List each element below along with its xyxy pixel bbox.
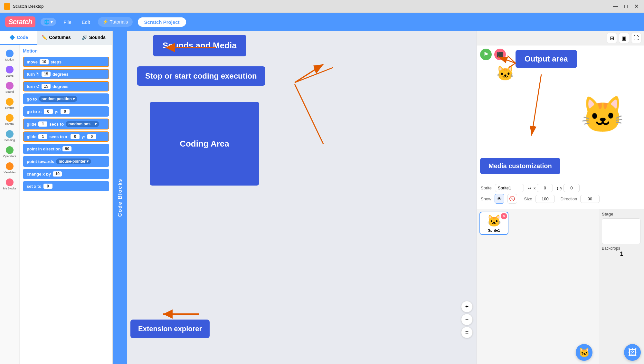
tab-costumes-label: Costumes bbox=[49, 35, 71, 40]
code-icon: 🔷 bbox=[9, 35, 15, 40]
category-sound[interactable]: Sound bbox=[1, 80, 18, 95]
coding-area-content[interactable]: Sounds and Media Stop or start coding ex… bbox=[127, 31, 477, 364]
backdrops-count: 1 bbox=[602, 251, 641, 257]
looks-dot bbox=[6, 66, 14, 73]
tab-sounds[interactable]: 🔊 Sounds bbox=[75, 31, 112, 45]
project-name-button[interactable]: Scratch Project bbox=[138, 17, 186, 27]
sounds-media-box: Sounds and Media bbox=[153, 35, 246, 56]
stop-start-label: Stop or start coding execution bbox=[145, 72, 257, 80]
code-blocks-text: Code Blocks bbox=[117, 178, 123, 217]
events-dot bbox=[6, 98, 14, 106]
block-glide-to[interactable]: glide 1 secs to random pos... ▾ bbox=[23, 119, 109, 129]
x-arrow-icon: ↔ bbox=[527, 185, 532, 191]
block-turn-ccw[interactable]: turn ↺ 15 degrees bbox=[23, 81, 109, 91]
right-panel: ⊞ ▣ ⛶ ⚑ ⬛ Output area 🐱 🐱 Media customiz… bbox=[477, 31, 644, 364]
operators-dot bbox=[6, 146, 14, 154]
media-customization-label: Media customization bbox=[488, 162, 552, 169]
add-stage-button[interactable]: 🖼 bbox=[624, 344, 641, 361]
middle-panel: Code Blocks Sounds and Media Stop or sta… bbox=[113, 31, 477, 364]
show-visible-button[interactable]: 👁 bbox=[495, 194, 504, 204]
tabs: 🔷 Code ✏️ Costumes 🔊 Sounds bbox=[0, 31, 112, 45]
close-button[interactable]: ✕ bbox=[632, 3, 640, 10]
sprite-info-panel: Sprite ↔ x ↕ y Show 👁 🚫 Size bbox=[477, 181, 644, 209]
tab-code[interactable]: 🔷 Code bbox=[0, 31, 37, 45]
stage-panel-title: Stage bbox=[602, 212, 641, 216]
category-control[interactable]: Control bbox=[1, 112, 18, 128]
block-point-direction[interactable]: point in direction 90 bbox=[23, 144, 109, 154]
tutorials-button[interactable]: ⚡ Tutorials bbox=[98, 17, 133, 27]
stop-start-box: Stop or start coding execution bbox=[137, 66, 265, 86]
edit-menu[interactable]: Edit bbox=[79, 18, 93, 26]
add-sprite-button[interactable]: 🐱 bbox=[576, 344, 592, 361]
costumes-icon: ✏️ bbox=[42, 35, 47, 40]
blocks-list: Motion move 10 steps turn ↻ 15 degrees t… bbox=[19, 45, 112, 364]
stage-controls: ⚑ ⬛ bbox=[480, 49, 506, 60]
category-sensing-label: Sensing bbox=[5, 139, 15, 142]
block-set-x[interactable]: set x to 0 bbox=[23, 181, 109, 191]
file-menu[interactable]: File bbox=[61, 18, 74, 26]
blocks-area: Motion Looks Sound Events Control bbox=[0, 45, 112, 364]
sprites-section: ✕ 🐱 Sprite1 Stage Backdrops 1 🐱 🖼 bbox=[477, 209, 644, 364]
fullscreen-button[interactable]: ⛶ bbox=[631, 33, 641, 43]
block-point-towards[interactable]: point towards mouse-pointer ▾ bbox=[23, 156, 109, 167]
svg-line-9 bbox=[507, 56, 516, 63]
block-goto-xy[interactable]: go to x: 0 y: 0 bbox=[23, 106, 109, 117]
minimize-button[interactable]: — bbox=[612, 3, 620, 10]
category-sensing[interactable]: Sensing bbox=[1, 128, 18, 144]
category-operators[interactable]: Operators bbox=[1, 144, 18, 160]
tab-sounds-label: Sounds bbox=[89, 35, 106, 40]
stage-panel: Stage Backdrops 1 bbox=[599, 209, 644, 364]
red-stop-button[interactable]: ⬛ bbox=[494, 49, 506, 60]
scratch-logo: Scratch bbox=[5, 16, 35, 27]
zoom-out-button[interactable]: − bbox=[461, 314, 473, 325]
category-control-label: Control bbox=[5, 122, 14, 126]
category-motion-label: Motion bbox=[5, 58, 14, 61]
category-motion[interactable]: Motion bbox=[1, 48, 18, 63]
sprite-thumb-sprite1[interactable]: ✕ 🐱 Sprite1 bbox=[479, 212, 508, 235]
category-looks-label: Looks bbox=[6, 74, 14, 77]
main-layout: 🔷 Code ✏️ Costumes 🔊 Sounds Motion bbox=[0, 31, 644, 364]
block-turn-cw[interactable]: turn ↻ 15 degrees bbox=[23, 69, 109, 79]
stage-area[interactable]: ⚑ ⬛ Output area 🐱 🐱 Media customization bbox=[477, 45, 644, 181]
block-move[interactable]: move 10 steps bbox=[23, 57, 109, 67]
tab-code-label: Code bbox=[17, 35, 28, 40]
x-input[interactable] bbox=[537, 184, 553, 192]
categories: Motion Looks Sound Events Control bbox=[0, 45, 19, 364]
extension-box: Extension explorer bbox=[130, 320, 210, 338]
layout-btn-2[interactable]: ▣ bbox=[619, 33, 629, 43]
size-label: Size bbox=[524, 196, 532, 201]
y-input[interactable] bbox=[564, 184, 580, 192]
green-flag-button[interactable]: ⚑ bbox=[480, 49, 492, 60]
stage-thumbnail bbox=[602, 218, 640, 244]
zoom-in-button[interactable]: + bbox=[461, 301, 473, 312]
media-customization-box: Media customization bbox=[480, 158, 560, 174]
left-panel: 🔷 Code ✏️ Costumes 🔊 Sounds Motion bbox=[0, 31, 113, 364]
language-button[interactable]: 🌐 ▾ bbox=[41, 18, 56, 26]
sprite-name-input[interactable] bbox=[495, 184, 524, 192]
show-hidden-button[interactable]: 🚫 bbox=[507, 194, 517, 204]
window-controls: — □ ✕ bbox=[612, 3, 640, 10]
category-myblocks[interactable]: My Blocks bbox=[1, 177, 18, 192]
motion-dot bbox=[6, 50, 14, 57]
sprite-delete-button[interactable]: ✕ bbox=[501, 213, 507, 219]
block-change-x[interactable]: change x by 10 bbox=[23, 169, 109, 179]
category-variables[interactable]: Variables bbox=[1, 160, 18, 176]
title-bar: Scratch Desktop — □ ✕ bbox=[0, 0, 644, 13]
category-looks[interactable]: Looks bbox=[1, 64, 18, 79]
block-goto[interactable]: go to random position ▾ bbox=[23, 93, 109, 104]
tab-costumes[interactable]: ✏️ Costumes bbox=[37, 31, 75, 45]
direction-input[interactable] bbox=[580, 195, 600, 203]
block-glide-xy[interactable]: glide 1 secs to x: 0 y: 0 bbox=[23, 131, 109, 142]
size-input[interactable] bbox=[535, 195, 555, 203]
layout-btn-1[interactable]: ⊞ bbox=[607, 33, 617, 43]
app-title: Scratch Desktop bbox=[13, 4, 612, 9]
x-coord-group: ↔ x bbox=[527, 184, 553, 192]
sprite-info-row-2: Show 👁 🚫 Size Direction bbox=[481, 194, 640, 204]
blocks-section-title: Motion bbox=[23, 48, 109, 53]
menu-bar: Scratch 🌐 ▾ File Edit ⚡ Tutorials Scratc… bbox=[0, 13, 644, 31]
zoom-fit-button[interactable]: = bbox=[461, 327, 473, 338]
category-events[interactable]: Events bbox=[1, 96, 18, 111]
maximize-button[interactable]: □ bbox=[622, 3, 630, 10]
svg-line-11 bbox=[532, 74, 541, 136]
app-icon bbox=[4, 3, 10, 10]
